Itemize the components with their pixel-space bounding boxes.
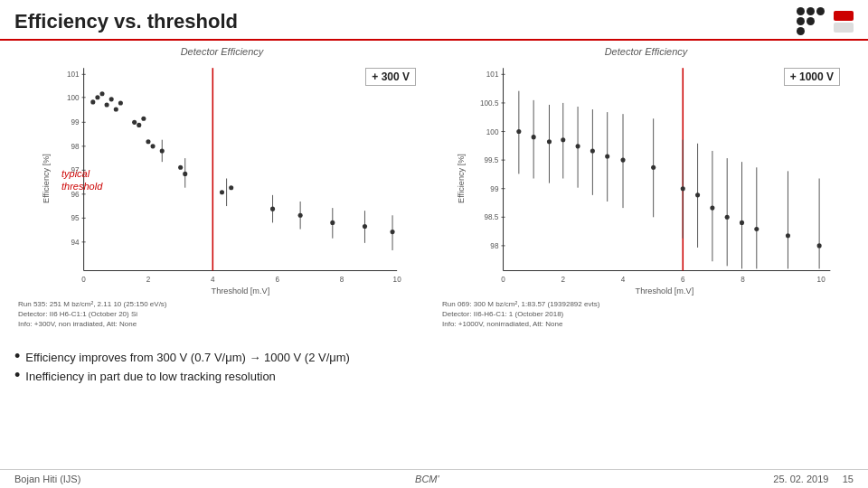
logo-dot xyxy=(797,17,805,25)
svg-text:10: 10 xyxy=(817,276,826,284)
bullet-symbol-1: • xyxy=(14,348,20,364)
svg-text:100: 100 xyxy=(486,128,499,136)
bullet-symbol-2: • xyxy=(14,367,20,383)
right-chart-info: Run 069: 300 M bz/cm², 1:83.57 (19392892… xyxy=(439,298,854,331)
svg-point-44 xyxy=(220,190,224,194)
right-chart-wrapper: Detector Efficiency Efficiency [%] 101 1… xyxy=(439,44,854,343)
left-info-line3: Info: +300V, non irradiated, Att: None xyxy=(18,319,426,329)
footer-left: Bojan Hiti (IJS) xyxy=(14,474,80,484)
svg-text:8: 8 xyxy=(741,276,745,284)
logo-dot xyxy=(807,17,815,25)
right-chart-svg: Efficiency [%] 101 100.5 100 99.5 99 98.… xyxy=(439,59,854,298)
svg-text:10: 10 xyxy=(393,276,402,284)
footer-page: 15 xyxy=(843,474,854,484)
logo-dot xyxy=(807,27,815,35)
svg-point-29 xyxy=(99,91,104,96)
left-chart-area: Efficiency [%] 101 100 99 98 97 96 95 xyxy=(14,59,429,298)
svg-text:98: 98 xyxy=(71,143,80,151)
right-voltage-label: + 1000 V xyxy=(784,68,840,86)
header-logo xyxy=(797,7,854,35)
footer-center: BCM' xyxy=(415,474,439,484)
bullet-item-2: • Inefficiency in part due to low tracki… xyxy=(14,367,854,383)
svg-text:6: 6 xyxy=(681,276,685,284)
svg-text:94: 94 xyxy=(71,239,80,247)
svg-point-32 xyxy=(114,108,118,112)
svg-text:100.5: 100.5 xyxy=(480,99,499,108)
left-info-line2: Detector: II6 H6-C1:1 (October 20) Si xyxy=(18,309,426,319)
logo-red-block xyxy=(834,11,854,21)
svg-text:100: 100 xyxy=(67,94,80,102)
svg-point-36 xyxy=(141,117,146,121)
svg-text:4: 4 xyxy=(211,276,215,284)
footer: Bojan Hiti (IJS) BCM' 25. 02. 2019 15 xyxy=(0,469,868,488)
page-title: Efficiency vs. threshold xyxy=(14,10,238,33)
svg-text:Threshold [m.V]: Threshold [m.V] xyxy=(212,286,270,296)
svg-point-41 xyxy=(178,165,183,170)
bullet-text-2: Inefficiency in part due to low tracking… xyxy=(25,370,276,383)
logo-dot xyxy=(816,7,825,15)
footer-right: 25. 02. 2019 15 xyxy=(773,474,854,484)
logo-dots-grid xyxy=(797,7,825,35)
logo-gray-block xyxy=(834,23,854,33)
logo-red-area xyxy=(834,11,854,33)
svg-text:2: 2 xyxy=(146,276,151,284)
left-chart-info: Run 535: 251 M bz/cm², 2.11 10 (25:150 e… xyxy=(14,298,429,331)
right-chart-area: Efficiency [%] 101 100.5 100 99.5 99 98.… xyxy=(439,59,854,298)
svg-text:0: 0 xyxy=(81,276,86,284)
svg-point-31 xyxy=(109,97,114,101)
left-chart-title: Detector Efficiency xyxy=(14,44,429,59)
svg-text:8: 8 xyxy=(340,276,344,284)
left-typical-label: typical threshold xyxy=(61,167,102,193)
right-info-line3: Info: +1000V, nonirradiated, Att: None xyxy=(442,319,850,329)
bullet-text-1: Efficiency improves from 300 V (0.7 V/μm… xyxy=(25,351,350,364)
header: Efficiency vs. threshold xyxy=(0,0,868,41)
svg-point-34 xyxy=(132,120,137,125)
svg-text:99.5: 99.5 xyxy=(485,156,499,164)
svg-text:98.5: 98.5 xyxy=(485,213,499,221)
svg-point-45 xyxy=(229,185,233,190)
logo-dot xyxy=(816,17,825,25)
right-info-line1: Run 069: 300 M bz/cm², 1:83.57 (19392892… xyxy=(442,299,850,309)
svg-text:0: 0 xyxy=(501,276,505,284)
svg-point-27 xyxy=(90,99,95,104)
right-chart-title: Detector Efficiency xyxy=(439,44,854,59)
logo-dot xyxy=(807,7,815,15)
svg-point-28 xyxy=(95,95,99,99)
svg-point-30 xyxy=(105,102,109,107)
charts-row: Detector Efficiency Efficiency [%] 101 1… xyxy=(0,41,868,343)
svg-text:6: 6 xyxy=(275,276,279,284)
svg-text:Efficiency [%]: Efficiency [%] xyxy=(457,154,466,203)
page-container: Efficiency vs. threshold xyxy=(0,0,868,488)
typical-label-line1: typical xyxy=(61,168,90,179)
svg-point-37 xyxy=(146,139,150,144)
svg-point-33 xyxy=(118,100,123,105)
svg-text:99: 99 xyxy=(71,118,80,127)
left-chart-wrapper: Detector Efficiency Efficiency [%] 101 1… xyxy=(14,44,429,343)
right-info-line2: Detector: II6-H6-C1: 1 (October 2018) xyxy=(442,309,850,319)
typical-label-line2: threshold xyxy=(61,181,102,192)
svg-text:Efficiency [%]: Efficiency [%] xyxy=(42,154,51,203)
svg-point-35 xyxy=(137,123,141,127)
left-voltage-label: + 300 V xyxy=(365,68,416,86)
logo-dot xyxy=(797,27,805,35)
svg-point-38 xyxy=(151,144,156,148)
svg-text:101: 101 xyxy=(67,70,80,79)
svg-text:95: 95 xyxy=(71,214,80,222)
left-info-line1: Run 535: 251 M bz/cm², 2.11 10 (25:150 e… xyxy=(18,299,426,309)
svg-text:2: 2 xyxy=(561,276,566,284)
logo-dot xyxy=(816,27,825,35)
footer-date: 25. 02. 2019 xyxy=(773,474,828,484)
svg-text:99: 99 xyxy=(490,185,499,193)
svg-text:4: 4 xyxy=(621,276,626,284)
bullets-section: • Efficiency improves from 300 V (0.7 V/… xyxy=(0,343,868,391)
logo-dot xyxy=(797,7,805,15)
svg-text:Threshold [m.V]: Threshold [m.V] xyxy=(636,286,694,296)
bullet-item-1: • Efficiency improves from 300 V (0.7 V/… xyxy=(14,348,854,364)
svg-text:98: 98 xyxy=(490,242,499,250)
svg-text:101: 101 xyxy=(486,70,499,79)
